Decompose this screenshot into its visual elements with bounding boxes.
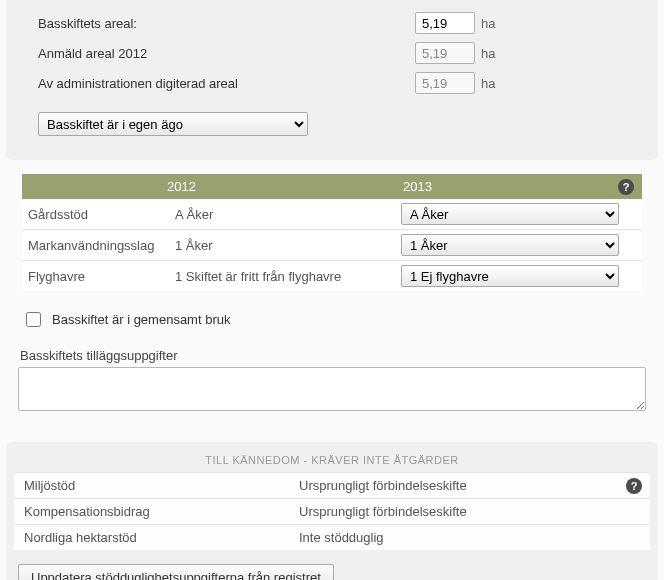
notice-row-label: Kompensationsbidrag xyxy=(24,504,299,519)
table-header-2012: 2012 xyxy=(167,174,393,199)
ownership-select[interactable]: Basskiftet är i egen ägo xyxy=(38,112,308,136)
areal-label: Anmäld areal 2012 xyxy=(20,46,415,61)
top-panel: Basskiftets areal: ha Anmäld areal 2012 … xyxy=(6,0,658,160)
areal-row-0: Basskiftets areal: ha xyxy=(20,8,644,38)
areal-row-2: Av administrationen digiterad areal ha xyxy=(20,68,644,98)
unit-label: ha xyxy=(481,16,495,31)
row-2013-cell: A Åker xyxy=(393,199,642,230)
help-icon[interactable]: ? xyxy=(618,179,634,195)
areal-label: Basskiftets areal: xyxy=(20,16,415,31)
notice-row-value: Ursprungligt förbindelseskifte xyxy=(299,504,467,519)
header-2013-label: 2013 xyxy=(403,179,432,194)
notice-row: Kompensationsbidrag Ursprungligt förbind… xyxy=(14,498,650,524)
notice-row-value: Inte stödduglig xyxy=(299,530,384,545)
notice-row-label: Miljöstöd xyxy=(24,478,299,493)
table-row: Markanvändningsslag 1 Åker 1 Åker xyxy=(22,230,642,261)
flyghavre-select[interactable]: 1 Ej flyghavre xyxy=(401,265,619,287)
row-2012-value: A Åker xyxy=(167,199,393,230)
notice-row-value: Ursprungligt förbindelseskifte xyxy=(299,478,467,493)
row-2012-value: 1 Åker xyxy=(167,230,393,261)
areal-row-1: Anmäld areal 2012 ha xyxy=(20,38,644,68)
notice-row: Miljöstöd Ursprungligt förbindelseskifte… xyxy=(14,472,650,498)
update-eligibility-button[interactable]: Uppdatera stödduglighetsuppgifterna från… xyxy=(18,564,334,580)
notice-heading: TILL KÄNNEDOM - KRÄVER INTE ÅTGÄRDER xyxy=(14,450,650,472)
areal-label: Av administrationen digiterad areal xyxy=(20,76,415,91)
anmald-areal-input xyxy=(415,42,475,64)
unit-label: ha xyxy=(481,46,495,61)
row-2012-value: 1 Skiftet är fritt från flyghavre xyxy=(167,261,393,292)
update-button-wrap: Uppdatera stödduglighetsuppgifterna från… xyxy=(14,550,650,580)
table-row: Gårdsstöd A Åker A Åker xyxy=(22,199,642,230)
extra-info-textarea[interactable] xyxy=(18,367,646,411)
row-label: Flyghavre xyxy=(22,261,167,292)
markanvandning-select[interactable]: 1 Åker xyxy=(401,234,619,256)
row-label: Markanvändningsslag xyxy=(22,230,167,261)
table-header-2013: 2013 ? xyxy=(393,174,642,199)
notice-panel: TILL KÄNNEDOM - KRÄVER INTE ÅTGÄRDER Mil… xyxy=(6,442,658,580)
shared-use-row: Basskiftet är i gemensamt bruk xyxy=(18,291,646,340)
shared-use-checkbox[interactable] xyxy=(26,312,41,327)
unit-label: ha xyxy=(481,76,495,91)
row-2013-cell: 1 Ej flyghavre xyxy=(393,261,642,292)
table-header-blank xyxy=(22,174,167,199)
digiterad-areal-input xyxy=(415,72,475,94)
shared-use-label: Basskiftet är i gemensamt bruk xyxy=(52,312,230,327)
basskifte-areal-input[interactable] xyxy=(415,12,475,34)
table-row: Flyghavre 1 Skiftet är fritt från flygha… xyxy=(22,261,642,292)
gardsstod-select[interactable]: A Åker xyxy=(401,203,619,225)
help-icon[interactable]: ? xyxy=(626,478,642,494)
extra-info-label: Basskiftets tilläggsuppgifter xyxy=(18,340,646,367)
row-label: Gårdsstöd xyxy=(22,199,167,230)
notice-row-label: Nordliga hektarstöd xyxy=(24,530,299,545)
ownership-select-wrap: Basskiftet är i egen ägo xyxy=(20,98,644,140)
row-2013-cell: 1 Åker xyxy=(393,230,642,261)
year-comparison-table: 2012 2013 ? Gårdsstöd A Åker A Åker Mark… xyxy=(22,174,642,291)
notice-row: Nordliga hektarstöd Inte stödduglig xyxy=(14,524,650,550)
